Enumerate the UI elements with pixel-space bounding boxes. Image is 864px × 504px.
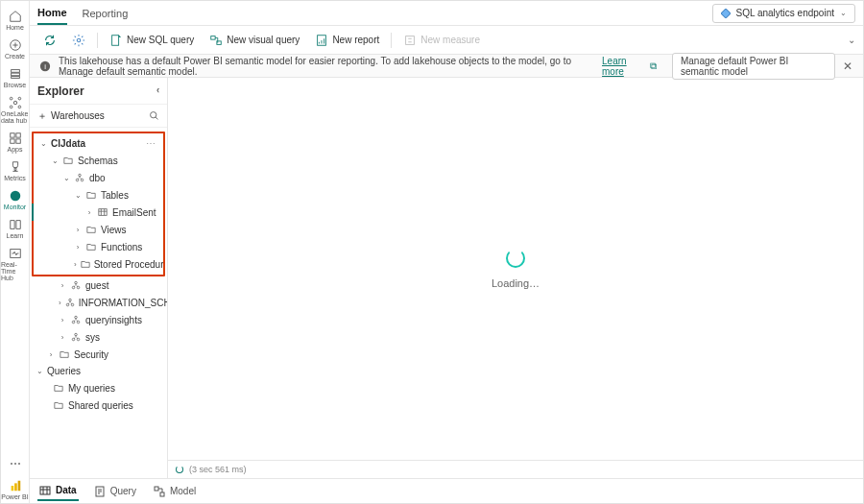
tree-item-emailsent[interactable]: › EmailSent [32,204,163,221]
tab-reporting[interactable]: Reporting [83,1,129,25]
tab-home[interactable]: Home [37,1,67,25]
settings-button[interactable] [66,31,91,50]
tree-label: Shared queries [68,400,133,411]
bottom-tab-data[interactable]: Data [37,482,79,501]
tree-item-sharedqueries[interactable]: Shared queries [30,396,167,414]
tree-item-tables[interactable]: ⌄ Tables [34,186,163,204]
svg-rect-2 [11,73,19,76]
svg-rect-31 [99,209,107,216]
tree-label: Functions [101,242,142,252]
query-icon [94,486,106,497]
nav-more[interactable]: ⋯ [1,454,29,474]
explorer-subheader: ＋ Warehouses [30,105,167,128]
infobar-link[interactable]: Learn more [602,56,642,77]
tree-label: guest [85,280,108,291]
nav-powerbi-label: Power BI [1,493,28,500]
manage-semantic-model-button[interactable]: Manage default Power BI semantic model [672,53,835,80]
nav-home-label: Home [6,24,24,31]
new-visual-query-button[interactable]: New visual query [204,31,305,50]
chevron-right-icon: › [59,281,66,290]
tree-item-dbo[interactable]: ⌄ dbo [34,169,163,186]
book-icon [9,218,22,231]
runtime-text: (3 sec 561 ms) [189,465,247,474]
svg-point-27 [151,112,156,118]
new-sql-query-button[interactable]: New SQL query [104,31,200,50]
explorer-title: Explorer [37,84,84,98]
tree-item-schemas[interactable]: ⌄ Schemas [34,152,163,169]
infobar-close-button[interactable]: ✕ [843,60,853,73]
svg-rect-12 [15,139,19,143]
tree-item-infoschema[interactable]: › INFORMATION_SCHE… [30,294,167,311]
nav-create[interactable]: Create [1,36,29,62]
nav-browse-label: Browse [4,82,26,88]
chevron-right-icon: › [59,333,66,342]
svg-point-32 [75,281,78,284]
run-status-bar: (3 sec 561 ms) [168,460,863,478]
apps-icon [9,132,22,145]
collapse-explorer-button[interactable]: › [156,85,159,96]
tree-item-functions[interactable]: › Functions [34,238,163,255]
schema-icon [70,279,82,291]
svg-point-19 [77,38,81,42]
nav-home[interactable]: Home [1,7,29,34]
tree-item-security[interactable]: › Security [30,346,167,363]
folder-icon [53,399,64,411]
loading-spinner-icon [506,249,525,268]
nav-create-label: Create [5,53,25,60]
chevron-right-icon: › [74,260,77,269]
report-icon [315,34,328,47]
tree-label: Schemas [78,156,118,166]
tree-item-queryinsights[interactable]: › queryinsights [30,311,167,328]
monitor-icon [9,189,22,203]
nav-browse[interactable]: Browse [1,64,29,91]
more-icon: ⋯ [9,457,22,470]
nav-metrics[interactable]: Metrics [1,157,29,184]
folder-icon [53,382,64,394]
chevron-right-icon: › [59,316,66,324]
new-report-button[interactable]: New report [309,31,385,50]
nav-monitor[interactable]: Monitor [1,186,29,213]
tree-label: Security [74,349,108,360]
toolbar-overflow[interactable]: ⌄ [848,35,855,45]
chevron-right-icon: › [47,350,55,359]
tree-item-cijdata[interactable]: ⌄ CIJdata ⋯ [34,135,163,152]
new-sql-label: New SQL query [127,35,194,45]
tree-item-sprocs[interactable]: › Stored Procedur… [34,255,163,273]
tree-item-queries[interactable]: ⌄ Queries [30,363,167,379]
stack-icon [9,67,22,81]
folder-icon [85,224,97,235]
bottom-tab-model[interactable]: Model [152,483,198,500]
more-icon[interactable]: ⋯ [146,138,159,149]
add-warehouses-button[interactable]: ＋ Warehouses [37,109,105,123]
nav-apps[interactable]: Apps [1,129,29,156]
svg-rect-24 [406,36,415,44]
explorer-panel: Explorer › ＋ Warehouses ⌄ CIJdata [30,78,168,478]
tree-item-myqueries[interactable]: My queries [30,379,167,396]
tree-item-guest[interactable]: › guest [30,276,167,294]
tree-label: queryinsights [85,315,142,325]
svg-rect-17 [17,481,20,492]
tree-item-sys[interactable]: › sys [30,328,167,346]
svg-rect-44 [40,487,50,494]
nav-onelake[interactable]: OneLake data hub [1,93,29,127]
nav-learn[interactable]: Learn [1,215,29,242]
nav-learn-label: Learn [7,232,24,239]
svg-rect-1 [11,70,19,73]
mode-dropdown[interactable]: SQL analytics endpoint ⌄ [712,4,855,23]
bottom-tab-query[interactable]: Query [92,483,138,500]
table-icon [39,485,51,496]
folder-icon [85,241,97,252]
info-icon: i [39,60,51,72]
svg-point-41 [75,333,78,336]
search-icon[interactable] [149,110,159,121]
nav-powerbi[interactable]: Power BI [1,476,29,503]
separator [391,33,392,48]
sql-icon [109,34,123,47]
refresh-button[interactable] [37,31,62,50]
folder-icon [85,189,97,201]
chevron-right-icon: › [74,226,82,234]
tree-label: EmailSent [112,207,156,218]
nav-realtime[interactable]: Real-Time Hub [1,244,29,284]
tree-item-views[interactable]: › Views [34,221,163,238]
chevron-down-icon: ⌄ [74,191,82,200]
